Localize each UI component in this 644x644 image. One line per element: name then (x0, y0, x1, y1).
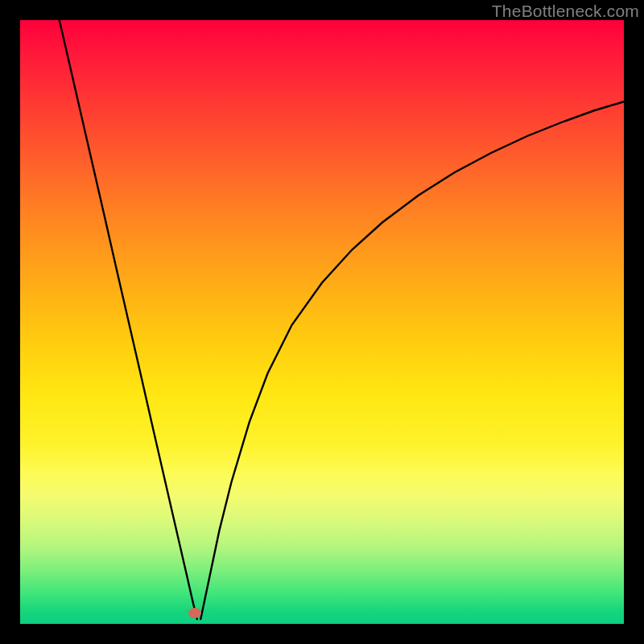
minimum-marker (188, 608, 201, 618)
curve-right-branch (200, 101, 624, 619)
chart-frame: TheBottleneck.com (0, 0, 644, 644)
curve-left-branch (60, 20, 197, 619)
bottleneck-curve (20, 20, 624, 624)
plot-area (20, 20, 624, 624)
watermark-text: TheBottleneck.com (492, 2, 639, 21)
